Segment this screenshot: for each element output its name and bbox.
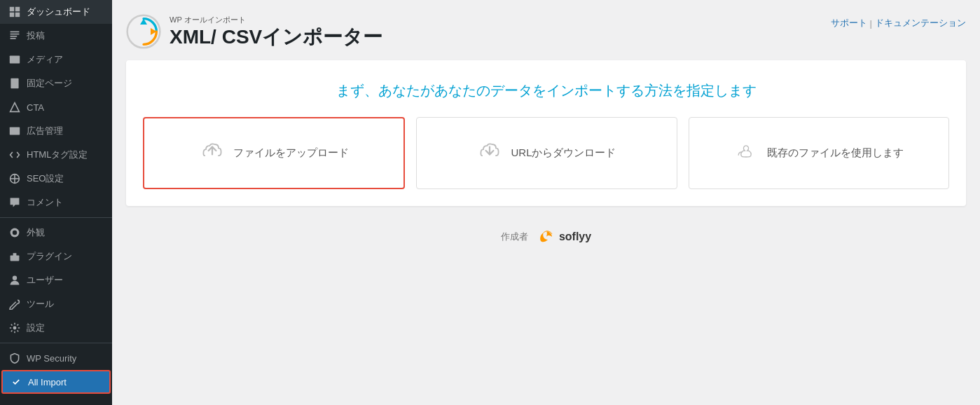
docs-link[interactable]: ドキュメンテーション <box>875 17 966 29</box>
appearance-icon <box>8 226 21 239</box>
sidebar-item-label: 広告管理 <box>27 125 63 137</box>
sidebar-item-wp-security[interactable]: WP Security <box>0 346 112 370</box>
sidebar-item-label: メディア <box>27 53 63 66</box>
main-content: WP オールインポート XML/ CSVインポーター サポート | ドキュメンテ… <box>112 0 980 405</box>
soflyy-logo-icon <box>537 227 556 247</box>
svg-rect-4 <box>11 32 20 33</box>
sidebar-item-label: WP Security <box>27 353 76 364</box>
sidebar-item-comments[interactable]: コメント <box>0 191 112 214</box>
svg-rect-2 <box>10 13 14 17</box>
existing-option[interactable]: 既存のファイルを使用します <box>689 117 949 189</box>
plugin-subtitle: WP オールインポート <box>170 15 382 25</box>
url-download-icon <box>477 138 502 168</box>
url-label: URLからダウンロード <box>511 146 616 160</box>
seo-icon <box>8 172 21 185</box>
sidebar-item-ad-manager[interactable]: 広告管理 <box>0 119 112 143</box>
sidebar-item-posts[interactable]: 投稿 <box>0 24 112 48</box>
comments-icon <box>8 196 21 209</box>
sidebar: ダッシュボード 投稿 メディア 固定ページ CTA 広告管理 HTMLタグ設 <box>0 0 112 405</box>
plugins-icon <box>8 250 21 263</box>
svg-rect-23 <box>13 253 17 256</box>
sidebar-item-tools[interactable]: ツール <box>0 292 112 316</box>
svg-rect-16 <box>11 130 18 133</box>
svg-rect-1 <box>15 7 20 11</box>
sidebar-item-pages[interactable]: 固定ページ <box>0 71 112 95</box>
cta-icon <box>8 101 21 114</box>
sidebar-item-label: プラグイン <box>27 250 72 263</box>
shield-icon <box>8 352 21 364</box>
svg-point-21 <box>13 231 17 235</box>
sidebar-item-users[interactable]: ユーザー <box>0 268 112 292</box>
existing-file-icon <box>733 138 759 168</box>
page-header: WP オールインポート XML/ CSVインポーター サポート | ドキュメンテ… <box>126 14 966 49</box>
settings-icon <box>8 322 21 334</box>
sidebar-item-media[interactable]: メディア <box>0 48 112 71</box>
sidebar-item-label: 設定 <box>27 322 45 334</box>
tools-icon <box>8 298 21 310</box>
all-import-icon <box>10 376 22 388</box>
sidebar-item-label: 固定ページ <box>27 77 72 90</box>
url-option[interactable]: URLからダウンロード <box>416 117 677 189</box>
svg-point-25 <box>13 327 17 330</box>
pages-icon <box>8 77 21 90</box>
plugin-logo <box>126 14 161 49</box>
ad-manager-icon <box>8 125 21 137</box>
sidebar-item-label: CTA <box>27 102 44 113</box>
sidebar-item-label: SEO設定 <box>27 172 64 185</box>
upload-option[interactable]: ファイルをアップロード <box>143 117 405 189</box>
sidebar-item-html-tag[interactable]: HTMLタグ設定 <box>0 143 112 167</box>
svg-rect-11 <box>13 81 17 81</box>
sidebar-divider <box>0 217 112 218</box>
sidebar-item-label: コメント <box>27 196 63 209</box>
sidebar-item-plugins[interactable]: プラグイン <box>0 245 112 268</box>
svg-rect-12 <box>13 82 17 83</box>
sidebar-item-appearance[interactable]: 外観 <box>0 221 112 245</box>
upload-label: ファイルをアップロード <box>233 146 349 160</box>
sidebar-item-label: ダッシュボード <box>27 6 90 18</box>
sidebar-item-label: 投稿 <box>27 29 45 42</box>
sidebar-item-label: ツール <box>27 298 54 310</box>
plugin-title-area: WP オールインポート XML/ CSVインポーター <box>170 15 382 48</box>
upload-icon <box>200 138 225 168</box>
sidebar-item-seo[interactable]: SEO設定 <box>0 167 112 191</box>
content-card: まず、あなたがあなたのデータをインポートする方法を指定します ファイルをアップロ… <box>126 60 966 206</box>
users-icon <box>8 274 21 287</box>
media-icon <box>8 53 21 66</box>
sidebar-item-label: HTMLタグ設定 <box>27 149 88 161</box>
posts-icon <box>8 29 21 42</box>
svg-marker-14 <box>11 103 20 112</box>
sidebar-item-all-import[interactable]: All Import <box>1 370 111 394</box>
plugin-title: XML/ CSVインポーター <box>170 27 382 48</box>
svg-rect-13 <box>13 84 16 85</box>
sidebar-item-label: ユーザー <box>27 274 63 287</box>
plugin-logo-area: WP オールインポート XML/ CSVインポーター <box>126 14 382 49</box>
html-tag-icon <box>8 149 21 161</box>
support-link[interactable]: サポート <box>831 17 867 29</box>
import-heading: まず、あなたがあなたのデータをインポートする方法を指定します <box>143 81 949 100</box>
header-links: サポート | ドキュメンテーション <box>831 17 966 29</box>
sidebar-item-cta[interactable]: CTA <box>0 95 112 119</box>
svg-rect-3 <box>15 13 20 17</box>
sidebar-divider-2 <box>0 343 112 343</box>
dashboard-icon <box>8 6 21 18</box>
footer-area: 作成者 soflyy <box>126 227 966 247</box>
svg-point-24 <box>13 276 17 280</box>
sidebar-item-settings[interactable]: 設定 <box>0 316 112 340</box>
sidebar-item-label: All Import <box>28 377 67 387</box>
svg-rect-5 <box>11 34 20 35</box>
existing-label: 既存のファイルを使用します <box>767 146 904 160</box>
soflyy-brand-text: soflyy <box>559 231 591 243</box>
header-link-divider: | <box>870 18 872 29</box>
by-label: 作成者 <box>501 231 528 243</box>
soflyy-logo: soflyy <box>537 227 591 247</box>
svg-rect-7 <box>11 38 16 39</box>
import-options: ファイルをアップロード URLからダウンロード <box>143 117 949 189</box>
svg-rect-6 <box>11 36 18 37</box>
sidebar-item-label: 外観 <box>27 226 45 239</box>
svg-rect-0 <box>10 7 14 11</box>
svg-rect-10 <box>11 78 18 88</box>
sidebar-item-dashboard[interactable]: ダッシュボード <box>0 0 112 24</box>
